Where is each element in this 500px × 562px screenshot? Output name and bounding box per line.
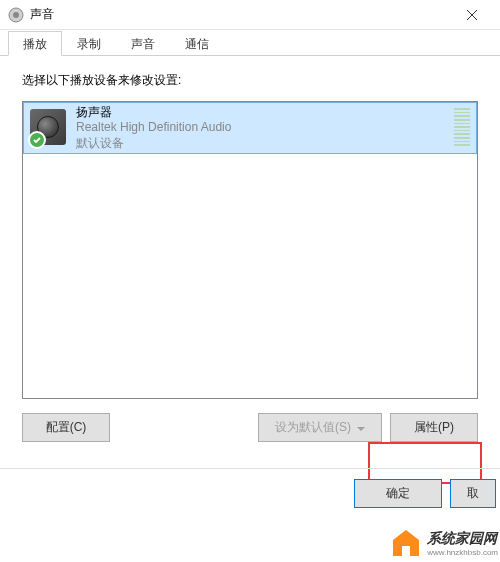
properties-button[interactable]: 属性(P) xyxy=(390,413,478,442)
button-row: 配置(C) 设为默认值(S) 属性(P) xyxy=(22,413,478,442)
default-check-icon xyxy=(28,131,46,149)
svg-point-1 xyxy=(13,12,19,18)
titlebar: 声音 xyxy=(0,0,500,30)
device-name: 扬声器 xyxy=(76,105,454,121)
device-icon-wrap xyxy=(30,109,68,147)
tab-playback[interactable]: 播放 xyxy=(8,31,62,56)
content-area: 选择以下播放设备来修改设置: 扬声器 Realtek High Definiti… xyxy=(0,56,500,452)
svg-rect-4 xyxy=(402,546,410,556)
close-button[interactable] xyxy=(452,1,492,29)
tab-communications[interactable]: 通信 xyxy=(170,31,224,56)
device-driver: Realtek High Definition Audio xyxy=(76,120,454,136)
device-text: 扬声器 Realtek High Definition Audio 默认设备 xyxy=(76,105,454,152)
instruction-text: 选择以下播放设备来修改设置: xyxy=(22,72,478,89)
tab-sounds[interactable]: 声音 xyxy=(116,31,170,56)
chevron-down-icon xyxy=(357,421,365,435)
dialog-buttons: 确定 取 xyxy=(0,468,500,518)
set-default-button[interactable]: 设为默认值(S) xyxy=(258,413,382,442)
set-default-label: 设为默认值(S) xyxy=(275,419,351,436)
watermark-text: 系统家园网 xyxy=(427,530,497,548)
tab-bar: 播放 录制 声音 通信 xyxy=(0,30,500,56)
watermark-icon xyxy=(389,526,423,560)
window-title: 声音 xyxy=(30,6,452,23)
sound-icon xyxy=(8,7,24,23)
device-status: 默认设备 xyxy=(76,136,454,152)
level-meter xyxy=(454,108,470,148)
configure-button[interactable]: 配置(C) xyxy=(22,413,110,442)
cancel-button[interactable]: 取 xyxy=(450,479,496,508)
device-list[interactable]: 扬声器 Realtek High Definition Audio 默认设备 xyxy=(22,101,478,399)
ok-button[interactable]: 确定 xyxy=(354,479,442,508)
device-item-speaker[interactable]: 扬声器 Realtek High Definition Audio 默认设备 xyxy=(23,102,477,154)
tab-recording[interactable]: 录制 xyxy=(62,31,116,56)
watermark-url: www.hnzkhbsb.com xyxy=(427,548,498,557)
watermark: 系统家园网 www.hnzkhbsb.com xyxy=(389,526,498,560)
